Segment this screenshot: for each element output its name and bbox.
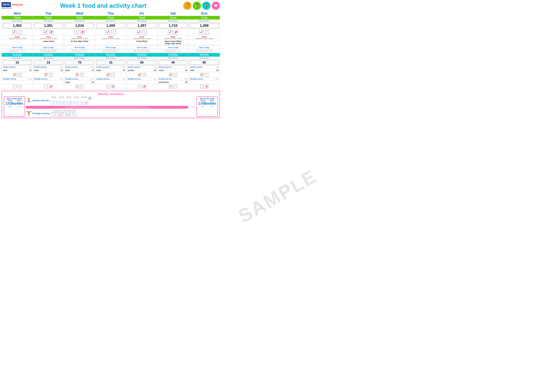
- aerobic-check-5[interactable]: [67, 101, 71, 105]
- five-a-day-label-tue: Your 5 a day: [33, 46, 64, 49]
- aerobic-label-summary: Aerobic exercise:: [32, 99, 50, 102]
- aerobic-check-3[interactable]: [61, 101, 64, 105]
- aerobic-checks-tue: ✓✗: [33, 72, 64, 78]
- five-a-day-checks-mon: ✓✓✓□□: [2, 49, 33, 53]
- strength-day-checks-row: ✓✓: [51, 113, 77, 117]
- end-waist: 44in: [209, 101, 216, 106]
- strength-label-tue: Strength exercisemins: [33, 78, 64, 80]
- five-a-day-checks-sun: ✓✓✓✓✓: [189, 49, 220, 53]
- strength-value-tue: [33, 80, 64, 84]
- tracker-bar: Your weight loss tracker - Record your w…: [26, 106, 189, 109]
- aerobic-check-0[interactable]: [50, 101, 53, 105]
- aerobic-check-6[interactable]: [71, 101, 74, 105]
- calories-value-fri: 1,357: [126, 22, 158, 29]
- aerobic-label-thu: Aerobic exercisemins: [95, 66, 126, 69]
- food-header-thu: Food: [95, 16, 126, 20]
- strength-value-fri: [126, 80, 158, 84]
- strength-days-container: 1 session on 2 or more days a weekmontue…: [51, 110, 77, 117]
- minutes-value-thu: 15: [95, 59, 126, 66]
- oops-label-wed: Oops!Unplanned snacks or drinks: [64, 36, 95, 40]
- minutes-value-fri: 60: [126, 59, 158, 66]
- choices-text: choices: [11, 3, 23, 7]
- start-waist: 44in: [16, 101, 23, 106]
- aerobic-mins-checks: ✓: [50, 101, 92, 105]
- aerobic-label-sat: Aerobic exercisemins: [158, 66, 189, 69]
- aerobic-value-sun: walk60: [189, 69, 220, 72]
- start-of-week-box: Start of the week Weight Waist 172lbs 44…: [4, 96, 25, 117]
- aerobic-check-8[interactable]: [78, 101, 81, 105]
- page-header: NHS choices www.nhs.uk Week 1 food and a…: [2, 2, 220, 10]
- activity-header-sat: Activity: [158, 53, 189, 57]
- minutes-label-sun: Total minutes:: [189, 57, 220, 59]
- calories-value-tue: 1,391: [33, 22, 64, 29]
- food-header-mon: Food: [2, 16, 33, 20]
- aerobic-label-mon: Aerobic exercisemins: [2, 66, 33, 69]
- five-a-day-label-sat: Your 5 a day: [158, 46, 189, 49]
- minutes-label-thu: Total minutes:: [95, 57, 126, 59]
- strength-day-check-tues[interactable]: [55, 113, 58, 117]
- day-header-tue: Tue: [33, 11, 64, 16]
- aerobic-value-fri: zumba60: [126, 69, 158, 72]
- bottom-checks-sun: □✗: [189, 84, 220, 89]
- strength-label-thu: Strength exercisemins: [95, 78, 126, 80]
- five-a-day-label-thu: Your 5 a day: [95, 46, 126, 49]
- day-header-wed: Wed: [64, 11, 95, 16]
- aerobic-mins-label-3: 90 mins: [73, 96, 80, 101]
- aerobic-check-2[interactable]: [57, 101, 60, 105]
- calories-value-mon: 1,363: [2, 22, 33, 29]
- food-checks-fri: ✓✗: [126, 29, 158, 36]
- nhs-logo: NHS choices www.nhs.uk: [2, 2, 23, 9]
- bottom-checks-fri: □✗: [126, 84, 158, 89]
- calories-value-sun: 1,309: [189, 22, 220, 29]
- weight-label: Weight: [7, 100, 13, 101]
- snack-text-wed: 2x choc diges 172cal: [64, 40, 95, 45]
- bottom-checks-mon: □✗: [2, 84, 33, 89]
- calories-label-mon: Total calories:: [2, 20, 33, 22]
- aerobic-check-9[interactable]: [81, 101, 85, 105]
- run-icon: 🏃: [202, 2, 210, 10]
- calories-label-fri: Total calories:: [126, 20, 158, 22]
- strength-day-check-sun[interactable]: [74, 113, 77, 117]
- aerobic-mins-label-5: 150 mins +: [88, 96, 92, 101]
- day-header-mon: Mon: [2, 11, 33, 16]
- start-col-labels: Weight Waist: [5, 100, 23, 101]
- main-table: MonTueWedThuFriSatSunFoodFoodFoodFoodFoo…: [2, 11, 220, 89]
- aerobic-value-tue: walk15: [33, 69, 64, 72]
- strength-day-check-sat[interactable]: [70, 113, 73, 117]
- snack-text-sun: [189, 40, 220, 45]
- strength-day-label-sun: sun: [72, 112, 75, 113]
- end-of-week-box: End of the week Weight Waist 170lbs 44in…: [197, 96, 218, 117]
- strength-day-check-thurs[interactable]: [62, 113, 66, 117]
- start-weight: 172lbs: [5, 101, 16, 106]
- oops-label-tue: Oops!Unplanned snacks or drinks: [33, 36, 64, 40]
- food-header-sun: Food: [189, 16, 220, 20]
- five-a-day-label-fri: Your 5 a day: [126, 46, 158, 49]
- strength-day-check-fri[interactable]: ✓: [66, 113, 70, 117]
- bottom-checks-sat: ✓✗: [158, 84, 189, 89]
- waist-label-end: Waist: [210, 100, 214, 101]
- calories-label-tue: Total calories:: [33, 20, 64, 22]
- aerobic-check-7[interactable]: [74, 101, 78, 105]
- aerobic-value-mon: walk15: [2, 69, 33, 72]
- five-a-day-label-sun: Your 5 a day: [189, 46, 220, 49]
- aerobic-check-1[interactable]: [54, 101, 57, 105]
- five-a-day-checks-wed: ✓✓✓□□: [64, 49, 95, 53]
- start-title: Start of the week: [5, 98, 23, 100]
- start-values: 172lbs 44in: [5, 101, 23, 106]
- aerobic-check-10[interactable]: ✓: [85, 101, 88, 105]
- end-col-labels: Weight Waist: [198, 100, 216, 101]
- aerobic-mins-labels: 10 mins30 mins60 mins90 mins120 mins150 …: [50, 96, 92, 101]
- strength-day-check-mon[interactable]: [51, 113, 54, 117]
- minutes-value-tue: 15: [33, 59, 64, 66]
- five-a-day-checks-sat: ✓✓✓□□: [158, 49, 189, 53]
- activity-header-wed: Activity: [64, 53, 95, 57]
- minutes-value-mon: 15: [2, 59, 33, 66]
- aerobic-icon: 🏃: [26, 98, 32, 103]
- food-header-fri: Food: [126, 16, 158, 20]
- strength-day-check-wed[interactable]: ✓: [58, 113, 62, 117]
- activity-header-thu: Activity: [95, 53, 126, 57]
- strength-day-label-fri: fri: [65, 112, 68, 113]
- aerobic-check-4[interactable]: [64, 101, 67, 105]
- strength-exercise-summary: 🏋Strength exercise:1 session on 2 or mor…: [26, 110, 189, 117]
- minutes-label-mon: Total minutes:: [2, 57, 33, 59]
